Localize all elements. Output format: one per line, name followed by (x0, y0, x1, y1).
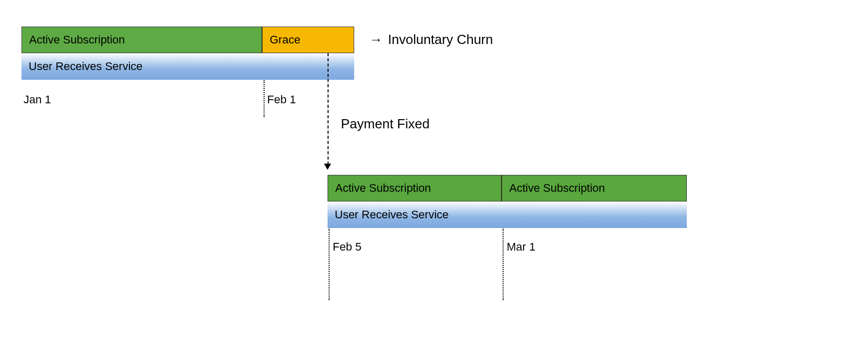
bottom-active-subscription-2-bar: Active Subscription (502, 175, 687, 201)
top-active-subscription-bar: Active Subscription (21, 27, 262, 53)
bottom-service-bar: User Receives Service (328, 201, 687, 228)
bottom-service-label: User Receives Service (335, 208, 449, 221)
subscription-lifecycle-diagram: Active Subscription Grace →Involuntary C… (21, 27, 847, 333)
divider-feb5-dotted (329, 229, 330, 300)
payment-fixed-annotation: Payment Fixed (341, 116, 429, 132)
divider-feb1-dotted (264, 80, 265, 117)
top-service-label: User Receives Service (29, 60, 143, 73)
date-jan1: Jan 1 (24, 93, 51, 106)
top-grace-label: Grace (270, 33, 300, 47)
date-feb5: Feb 5 (333, 240, 361, 254)
top-active-subscription-label: Active Subscription (29, 33, 125, 47)
date-feb1: Feb 1 (267, 93, 296, 106)
top-service-bar: User Receives Service (21, 53, 354, 80)
arrow-payment-fixed-line (328, 53, 329, 165)
arrow-down-icon (324, 164, 331, 170)
involuntary-churn-text: Involuntary Churn (388, 32, 493, 47)
date-mar1: Mar 1 (507, 240, 535, 254)
divider-mar1-dotted (503, 229, 504, 300)
arrow-right-icon: → (370, 32, 383, 48)
involuntary-churn-annotation: →Involuntary Churn (370, 32, 493, 48)
bottom-active-subscription-1-bar: Active Subscription (328, 175, 502, 201)
bottom-active1-label: Active Subscription (335, 182, 431, 195)
top-grace-bar: Grace (262, 27, 354, 53)
bottom-active2-label: Active Subscription (509, 182, 605, 195)
